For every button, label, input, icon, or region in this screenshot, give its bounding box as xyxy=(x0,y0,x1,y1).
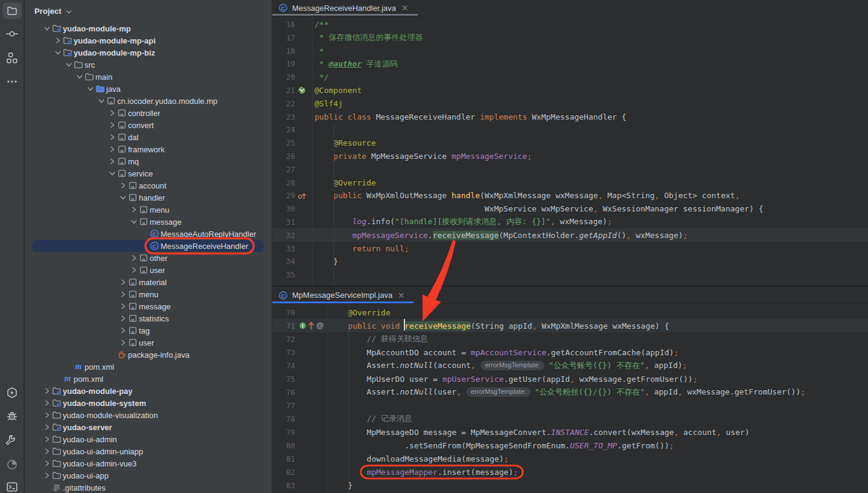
spring-gutter-icon[interactable] xyxy=(298,86,306,94)
close-icon[interactable] xyxy=(401,4,409,11)
code-line-80: 80 .setSendFrom(MpMessageSendFromEnum.US… xyxy=(272,439,868,452)
chevron-right-icon[interactable] xyxy=(107,120,117,130)
tree-item-controller[interactable]: controller xyxy=(25,107,272,119)
chevron-right-icon[interactable] xyxy=(118,277,128,287)
code-line-25: 25 @Resource xyxy=(272,137,868,150)
tree-item-yudao-module-mp-biz[interactable]: yudao-module-mp-biz xyxy=(25,47,272,59)
chevron-right-icon[interactable] xyxy=(53,36,63,45)
tree-item-yudao-module-mp[interactable]: yudao-module-mp xyxy=(25,22,272,34)
tree-item-yudao-module-system[interactable]: yudao-module-system xyxy=(25,397,272,409)
tree-item-statistics[interactable]: statistics xyxy=(25,312,272,324)
chevron-right-icon[interactable] xyxy=(42,471,52,480)
more-tools-tool-button[interactable] xyxy=(2,73,22,90)
chevron-right-icon[interactable] xyxy=(42,446,52,456)
tree-item-cn-iocoder-yudao-module-mp[interactable]: cn.iocoder.yudao.module.mp xyxy=(25,95,272,107)
tree-item-yudao-server[interactable]: yudao-server xyxy=(25,421,272,433)
tree-item-messagereceivehandler[interactable]: CMessageReceiveHandler xyxy=(25,240,272,252)
terminal-tool-button[interactable] xyxy=(2,478,22,493)
chevron-right-icon[interactable] xyxy=(118,338,128,347)
chevron-down-icon[interactable] xyxy=(42,24,52,33)
tree-item-message[interactable]: message xyxy=(25,216,272,228)
tree-item-dal[interactable]: dal xyxy=(25,131,272,143)
tree-item-message[interactable]: message xyxy=(25,300,272,312)
tree-item-menu[interactable]: menu xyxy=(25,204,272,216)
chevron-right-icon[interactable] xyxy=(118,289,128,299)
chevron-down-icon[interactable] xyxy=(96,96,106,106)
tree-item-menu[interactable]: menu xyxy=(25,288,272,300)
chevron-right-icon[interactable] xyxy=(118,314,128,323)
structure-tool-button[interactable] xyxy=(2,50,22,66)
chevron-down-icon[interactable] xyxy=(63,60,74,69)
code-editor[interactable]: 16/**17 * 保存微信消息的事件处理器18 *19 * @author 芋… xyxy=(272,16,868,286)
tree-item-tag[interactable]: tag xyxy=(25,324,272,337)
tree-item-yudao-module-mp-api[interactable]: yudao-module-mp-api xyxy=(25,34,272,47)
tree-item-framework[interactable]: framework xyxy=(25,143,272,155)
tree-item-content: package-info.java xyxy=(117,350,190,359)
chevron-down-icon[interactable] xyxy=(53,48,63,57)
chevron-down-icon[interactable] xyxy=(85,84,95,94)
chevron-right-icon[interactable] xyxy=(42,386,52,396)
chevron-down-icon[interactable] xyxy=(129,217,139,227)
tree-item-yudao-ui-app[interactable]: yudao-ui-app xyxy=(25,469,272,482)
project-panel-header[interactable]: Project xyxy=(25,0,272,22)
tree-item-yudao-ui-admin-vue3[interactable]: yudao-ui-admin-vue3 xyxy=(25,457,272,469)
chevron-right-icon[interactable] xyxy=(118,326,128,335)
profiler-tool-button[interactable] xyxy=(2,456,22,473)
tree-item-yudao-ui-admin-uniapp[interactable]: yudao-ui-admin-uniapp xyxy=(25,445,272,457)
tree-item-yudao-module-pay[interactable]: yudao-module-pay xyxy=(25,385,272,397)
tree-item-account[interactable]: account xyxy=(25,179,272,192)
tree-item-yudao-module-visualization[interactable]: yudao-module-visualization xyxy=(25,409,272,421)
bean-gutter-icon[interactable] xyxy=(299,321,307,330)
tree-item-pom-xml[interactable]: mpom.xml xyxy=(25,361,272,373)
tree-item-pom-xml[interactable]: mpom.xml xyxy=(25,373,272,385)
chevron-right-icon[interactable] xyxy=(118,301,128,311)
chevron-right-icon[interactable] xyxy=(118,181,128,190)
project-folder-tool-button[interactable] xyxy=(2,2,22,19)
build-tool-button[interactable] xyxy=(2,432,22,449)
tree-item-mq[interactable]: mq xyxy=(25,155,272,167)
chevron-right-icon[interactable] xyxy=(129,253,139,263)
tab-mpmessageserviceimpl-java[interactable]: CMpMessageServiceImpl.java xyxy=(272,287,413,303)
chevron-right-icon[interactable] xyxy=(42,422,52,432)
code-line-83: 83 } xyxy=(272,478,868,492)
tree-item-package-info-java[interactable]: package-info.java xyxy=(25,349,272,361)
chevron-right-icon[interactable] xyxy=(107,132,117,142)
run-tool-button[interactable] xyxy=(2,384,22,401)
tree-item-handler[interactable]: handler xyxy=(25,192,272,204)
tree-item--gitattributes[interactable]: .gitattributes xyxy=(25,482,272,493)
chevron-right-icon[interactable] xyxy=(42,434,52,444)
code-line-28: 28 @Override xyxy=(272,176,868,189)
chevron-right-icon[interactable] xyxy=(107,144,117,154)
tree-item-service[interactable]: service xyxy=(25,167,272,179)
overrideup-gutter-icon[interactable] xyxy=(308,321,314,330)
chevron-right-icon[interactable] xyxy=(42,459,52,468)
chevron-right-icon[interactable] xyxy=(129,205,139,214)
close-icon[interactable] xyxy=(398,292,405,299)
tree-item-user[interactable]: user xyxy=(25,264,272,276)
tree-item-src[interactable]: src xyxy=(25,59,272,71)
tree-item-java[interactable]: java xyxy=(25,83,272,95)
chevron-right-icon[interactable] xyxy=(42,410,52,420)
chevron-down-icon[interactable] xyxy=(107,169,117,178)
at-gutter-icon[interactable]: @ xyxy=(316,321,324,330)
tree-item-content: yudao-server xyxy=(52,422,112,432)
code-token: ; xyxy=(527,152,532,161)
tree-item-other[interactable]: other xyxy=(25,252,272,264)
commit-tool-button[interactable] xyxy=(2,25,22,42)
tree-item-main[interactable]: main xyxy=(25,71,272,83)
tree-item-yudao-ui-admin[interactable]: yudao-ui-admin xyxy=(25,433,272,445)
tree-chevron-spacer xyxy=(53,374,63,384)
chevron-right-icon[interactable] xyxy=(42,398,52,408)
chevron-down-icon[interactable] xyxy=(118,193,128,202)
chevron-right-icon[interactable] xyxy=(107,108,117,118)
chevron-down-icon[interactable] xyxy=(74,72,85,82)
override-gutter-icon[interactable] xyxy=(298,192,307,200)
chevron-right-icon[interactable] xyxy=(129,265,139,275)
code-editor[interactable]: 70 @Override71@ public void receiveMessa… xyxy=(272,304,868,493)
debug-tool-button[interactable] xyxy=(2,408,22,425)
tree-item-user[interactable]: user xyxy=(25,337,272,349)
tree-item-messageautoreplyhandler[interactable]: CMessageAutoReplyHandler xyxy=(25,228,272,240)
tree-item-convert[interactable]: convert xyxy=(25,119,272,131)
chevron-right-icon[interactable] xyxy=(107,156,117,166)
tree-item-material[interactable]: material xyxy=(25,276,272,288)
